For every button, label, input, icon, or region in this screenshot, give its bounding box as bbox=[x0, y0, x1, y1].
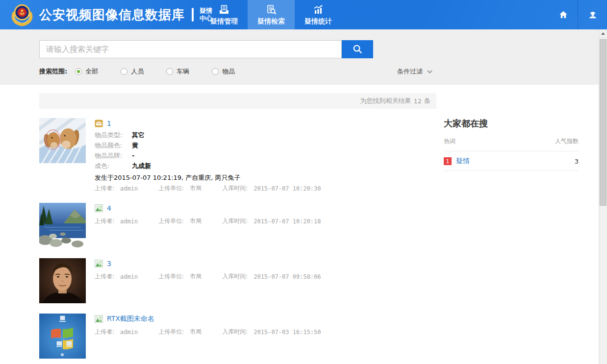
hot-keyword-link[interactable]: 疑情 bbox=[456, 157, 575, 166]
unit-value: 市局 bbox=[190, 184, 202, 193]
item-title-row: 3 bbox=[95, 259, 321, 268]
thumbnail-man-portrait[interactable] bbox=[39, 258, 86, 303]
result-item-body: 3 上传者: admin 上传单位: 市局 入库时间: 2015-07-07 0… bbox=[95, 258, 321, 303]
search-icon bbox=[352, 44, 363, 55]
scrollbar-thumb[interactable] bbox=[600, 39, 607, 206]
item-title-link[interactable]: RTX截图未命名 bbox=[107, 315, 154, 323]
result-item: 4 上传者: admin 上传单位: 市局 入库时间: 2015-07-07 1… bbox=[39, 203, 436, 248]
item-meta: 上传者: admin 上传单位: 市局 入库时间: 2015-07-07 10:… bbox=[95, 184, 321, 193]
result-item-body: 1 物品类型: 其它 物品颜色: 黄 物品品牌: - bbox=[95, 118, 321, 193]
results-summary-suffix: 条 bbox=[424, 97, 430, 105]
item-title-link[interactable]: 4 bbox=[107, 204, 111, 212]
unit-value: 市局 bbox=[190, 272, 202, 281]
search-scope-row: 搜索范围: 全部 人员 车辆 物品 bbox=[39, 67, 257, 76]
item-title-row: RTX截图未命名 bbox=[95, 314, 321, 324]
item-title-link[interactable]: 1 bbox=[107, 120, 111, 127]
vertical-scrollbar[interactable] bbox=[599, 29, 607, 364]
thumbnail-mountain-lake[interactable] bbox=[39, 203, 86, 248]
results-summary-bar: 为您找到相关结果 12 条 bbox=[39, 93, 436, 109]
envelope-item-icon bbox=[95, 120, 103, 127]
col-keyword: 热词 bbox=[444, 137, 455, 146]
scope-radio-item[interactable]: 物品 bbox=[212, 67, 235, 76]
uploader-value: admin bbox=[120, 329, 138, 336]
scroll-up-arrow-icon bbox=[601, 32, 605, 35]
image-item-icon bbox=[95, 315, 103, 323]
hot-search-sidebar: 大家都在搜 热词 人气指数 1 疑情 3 bbox=[444, 118, 579, 364]
search-input[interactable] bbox=[39, 40, 342, 58]
police-badge-logo bbox=[10, 2, 34, 27]
nav-tabs: 疑情管理 疑情检索 bbox=[201, 0, 342, 29]
item-title-row: 1 bbox=[95, 119, 321, 128]
thumbnail-windows-desktop[interactable] bbox=[39, 314, 86, 359]
user-button[interactable] bbox=[578, 0, 607, 29]
uploader-value: admin bbox=[120, 218, 138, 225]
results-column: 为您找到相关结果 12 条 bbox=[39, 85, 436, 364]
results-summary-prefix: 为您找到相关结果 bbox=[360, 97, 411, 105]
scope-radio-all[interactable]: 全部 bbox=[75, 67, 98, 76]
radio-icon[interactable] bbox=[166, 68, 173, 75]
main-content: 为您找到相关结果 12 条 bbox=[0, 85, 607, 364]
scope-label: 搜索范围: bbox=[39, 67, 67, 76]
time-value: 2015-07-07 09:58:06 bbox=[253, 273, 321, 280]
image-item-icon bbox=[95, 260, 103, 267]
detail-row: 物品品牌: - bbox=[95, 150, 321, 161]
header-actions bbox=[549, 0, 607, 29]
radio-icon[interactable] bbox=[121, 68, 127, 75]
inbox-document-icon bbox=[218, 4, 230, 16]
result-item-body: 4 上传者: admin 上传单位: 市局 入库时间: 2015-07-07 1… bbox=[95, 203, 321, 248]
tab-suspicion-statistics[interactable]: 疑情统计 bbox=[295, 0, 342, 29]
item-description: 发生于2015-07-07 10:21:19, 产自重庆, 两只兔子 bbox=[95, 173, 321, 183]
radio-icon[interactable] bbox=[212, 68, 219, 75]
item-title-row: 4 bbox=[95, 203, 321, 213]
result-list: 1 物品类型: 其它 物品颜色: 黄 物品品牌: - bbox=[39, 118, 436, 359]
home-button[interactable] bbox=[549, 0, 578, 29]
unit-value: 市局 bbox=[190, 328, 202, 336]
time-value: 2015-07-03 16:15:50 bbox=[253, 329, 321, 336]
radio-selected-icon[interactable] bbox=[75, 68, 82, 75]
time-value: 2015-07-07 10:20:30 bbox=[253, 185, 321, 192]
document-search-icon bbox=[265, 4, 277, 16]
chevron-down-icon bbox=[427, 70, 432, 73]
sidebar-header-row: 热词 人气指数 bbox=[444, 137, 579, 151]
uploader-value: admin bbox=[120, 185, 138, 192]
title-divider bbox=[192, 8, 194, 22]
detail-row: 成色: 九成新 bbox=[95, 161, 321, 171]
app-title: 公安视频图像信息数据库 bbox=[39, 6, 185, 24]
thumbnail-two-rabbits[interactable] bbox=[39, 118, 86, 163]
uploader-value: admin bbox=[120, 273, 138, 280]
time-value: 2015-07-07 10:20:18 bbox=[253, 218, 321, 225]
item-meta: 上传者: admin 上传单位: 市局 入库时间: 2015-07-07 10:… bbox=[95, 217, 321, 225]
result-item: 3 上传者: admin 上传单位: 市局 入库时间: 2015-07-07 0… bbox=[39, 258, 436, 303]
col-popularity: 人气指数 bbox=[555, 137, 579, 146]
result-item-body: RTX截图未命名 上传者: admin 上传单位: 市局 入库时间: 2015-… bbox=[95, 314, 321, 359]
app-header: 公安视频图像信息数据库 疑情 中心 疑情管理 bbox=[0, 0, 607, 29]
tab-label: 疑情统计 bbox=[304, 17, 332, 26]
bar-chart-icon bbox=[312, 4, 324, 16]
scope-radio-vehicle[interactable]: 车辆 bbox=[166, 67, 189, 76]
tab-label: 疑情管理 bbox=[210, 17, 238, 26]
search-section: 搜索范围: 全部 人员 车辆 物品 条件过滤 bbox=[0, 29, 607, 85]
home-icon bbox=[558, 9, 569, 20]
user-icon bbox=[587, 9, 598, 20]
item-meta: 上传者: admin 上传单位: 市局 入库时间: 2015-07-07 09:… bbox=[95, 272, 321, 281]
item-title-link[interactable]: 3 bbox=[107, 260, 111, 267]
item-meta: 上传者: admin 上传单位: 市局 入库时间: 2015-07-03 16:… bbox=[95, 328, 321, 336]
scroll-up-button[interactable] bbox=[599, 29, 607, 38]
brand: 公安视频图像信息数据库 疑情 中心 bbox=[10, 0, 212, 29]
detail-row: 物品类型: 其它 bbox=[95, 130, 321, 140]
scope-radio-person[interactable]: 人员 bbox=[121, 67, 144, 76]
image-item-icon bbox=[95, 204, 103, 212]
result-item: 1 物品类型: 其它 物品颜色: 黄 物品品牌: - bbox=[39, 118, 436, 193]
hot-search-row: 1 疑情 3 bbox=[444, 151, 579, 171]
page: 公安视频图像信息数据库 疑情 中心 疑情管理 bbox=[0, 0, 607, 364]
tab-suspicion-search[interactable]: 疑情检索 bbox=[248, 0, 295, 29]
condition-filter-toggle[interactable]: 条件过滤 bbox=[397, 67, 432, 76]
popularity-value: 3 bbox=[575, 158, 579, 165]
tab-suspicion-management[interactable]: 疑情管理 bbox=[201, 0, 248, 29]
tab-label: 疑情检索 bbox=[257, 17, 285, 26]
unit-value: 市局 bbox=[190, 217, 202, 225]
result-item: RTX截图未命名 上传者: admin 上传单位: 市局 入库时间: 2015-… bbox=[39, 314, 436, 359]
search-button[interactable] bbox=[342, 40, 373, 58]
results-count: 12 bbox=[413, 97, 422, 105]
detail-row: 物品颜色: 黄 bbox=[95, 140, 321, 150]
